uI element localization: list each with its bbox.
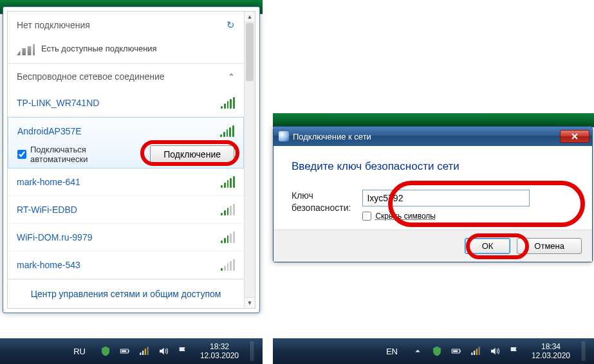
auto-connect-label: Подключатьсяавтоматически — [30, 145, 88, 164]
signal-icon — [221, 204, 235, 215]
clock-date: 12.03.2020 — [200, 351, 239, 360]
hide-chars-input[interactable] — [362, 212, 371, 221]
clock[interactable]: 18:34 12.03.2020 — [532, 342, 570, 361]
clock-date: 12.03.2020 — [532, 351, 570, 360]
signal-icon — [221, 232, 235, 243]
hide-chars-checkbox[interactable]: Скрыть символы — [362, 212, 574, 221]
network-center-link[interactable]: Центр управления сетями и общим доступом — [8, 279, 244, 308]
flyout-subheader: Есть доступные подключения — [8, 37, 244, 63]
clock[interactable]: 18:32 12.03.2020 — [200, 342, 239, 361]
clock-time: 18:34 — [532, 342, 570, 351]
hide-chars-label: Скрыть символы — [375, 212, 436, 221]
svg-rect-2 — [122, 350, 127, 352]
connect-button[interactable]: Подключение — [150, 145, 234, 163]
lang-indicator[interactable]: EN — [386, 347, 398, 356]
show-desktop-button[interactable] — [250, 341, 255, 361]
tray-network-icon[interactable] — [138, 345, 150, 357]
dialog-app-icon — [279, 131, 289, 141]
wireless-section-header[interactable]: Беспроводное сетевое соединение ⌃ — [8, 64, 244, 89]
network-name: mark-home-543 — [17, 260, 80, 270]
tray-volume-icon[interactable] — [489, 345, 501, 357]
ok-button[interactable]: ОК — [465, 238, 511, 254]
network-name: WiFi-DOM.ru-9979 — [17, 232, 92, 242]
dialog-body: Введите ключ безопасности сети Ключбезоп… — [274, 146, 592, 230]
show-desktop-button[interactable] — [582, 341, 586, 361]
taskbar-right: EN 18:34 12.03.2020 — [273, 338, 594, 364]
lang-indicator[interactable]: RU — [73, 347, 86, 356]
dialog-titlebar[interactable]: Подключение к сети — [274, 127, 592, 146]
security-key-input[interactable] — [362, 190, 530, 206]
auto-connect-input[interactable] — [17, 150, 26, 159]
signal-icon — [221, 259, 235, 271]
tray-shield-icon[interactable] — [431, 345, 443, 357]
connect-dialog: Подключение к сети Введите ключ безопасн… — [273, 126, 593, 262]
svg-rect-3 — [140, 352, 141, 355]
scroll-thumb[interactable] — [246, 23, 254, 81]
security-key-label: Ключбезопасности: — [292, 190, 351, 214]
network-item-selected[interactable]: AndroidAP357E Подключатьсяавтоматически … — [8, 117, 244, 168]
close-button[interactable] — [560, 130, 589, 143]
svg-rect-10 — [471, 352, 472, 355]
network-flyout-inner: Нет подключения ↻ Есть доступные подключ… — [7, 11, 255, 309]
svg-rect-6 — [147, 347, 148, 355]
svg-rect-12 — [476, 349, 478, 355]
tray-flag-icon[interactable] — [508, 345, 520, 357]
refresh-icon[interactable]: ↻ — [227, 19, 235, 31]
auto-connect-checkbox[interactable]: Подключатьсяавтоматически — [17, 145, 88, 164]
close-icon — [571, 133, 579, 140]
wireless-section-label: Беспроводное сетевое соединение — [17, 71, 165, 82]
dialog-title-text: Подключение к сети — [293, 132, 371, 141]
network-list: TP-LINK_WR741ND AndroidAP357E Подключать… — [8, 89, 244, 279]
dialog-heading: Введите ключ безопасности сети — [292, 160, 574, 173]
tray-network-icon[interactable] — [470, 345, 481, 357]
svg-rect-11 — [474, 350, 475, 355]
network-name: TP-LINK_WR741ND — [17, 98, 99, 108]
signal-icon — [221, 176, 235, 188]
flyout-subheader-text: Есть доступные подключения — [41, 44, 157, 53]
network-item[interactable]: WiFi-DOM.ru-9979 — [8, 224, 244, 251]
security-key-field-wrap: Скрыть символы — [362, 190, 574, 221]
tray-battery-icon[interactable] — [450, 345, 462, 357]
network-item[interactable]: TP-LINK_WR741ND — [8, 89, 244, 117]
flyout-header-text: Нет подключения — [17, 20, 90, 30]
svg-rect-9 — [453, 350, 458, 352]
svg-rect-8 — [459, 350, 461, 352]
scroll-up-icon[interactable]: ▲ — [245, 12, 255, 23]
signal-icon — [221, 97, 235, 109]
svg-rect-13 — [478, 347, 479, 355]
desktop-strip-right — [273, 113, 594, 127]
tray-flag-icon[interactable] — [177, 345, 189, 357]
flyout-header: Нет подключения ↻ — [8, 12, 244, 37]
network-name: AndroidAP357E — [17, 126, 82, 136]
clock-time: 18:32 — [200, 342, 239, 351]
scroll-down-icon[interactable]: ▼ — [245, 297, 255, 308]
svg-rect-1 — [128, 350, 129, 352]
tray-volume-icon[interactable] — [158, 345, 169, 357]
taskbar-left: RU 18:32 12.03.2020 — [0, 338, 263, 364]
tray-shield-icon[interactable] — [100, 345, 111, 357]
network-flyout: Нет подключения ↻ Есть доступные подключ… — [3, 6, 260, 313]
tray-up-icon[interactable] — [412, 345, 423, 357]
network-item[interactable]: mark-home-641 — [8, 168, 244, 196]
svg-rect-4 — [142, 350, 144, 355]
tray-battery-icon[interactable] — [119, 345, 131, 357]
network-item[interactable]: mark-home-543 — [8, 251, 244, 279]
dialog-footer: ОК Отмена — [274, 230, 592, 262]
wifi-status-icon — [17, 41, 35, 55]
signal-icon — [220, 125, 234, 137]
security-key-row: Ключбезопасности: Скрыть символы — [292, 190, 574, 221]
network-item[interactable]: RT-WiFi-EDBD — [8, 196, 244, 224]
cancel-button[interactable]: Отмена — [517, 238, 582, 254]
scrollbar[interactable]: ▲ ▼ — [244, 12, 255, 308]
chevron-up-icon: ⌃ — [228, 72, 235, 82]
network-name: RT-WiFi-EDBD — [17, 205, 77, 215]
network-name: mark-home-641 — [17, 177, 80, 187]
svg-rect-5 — [145, 349, 146, 355]
